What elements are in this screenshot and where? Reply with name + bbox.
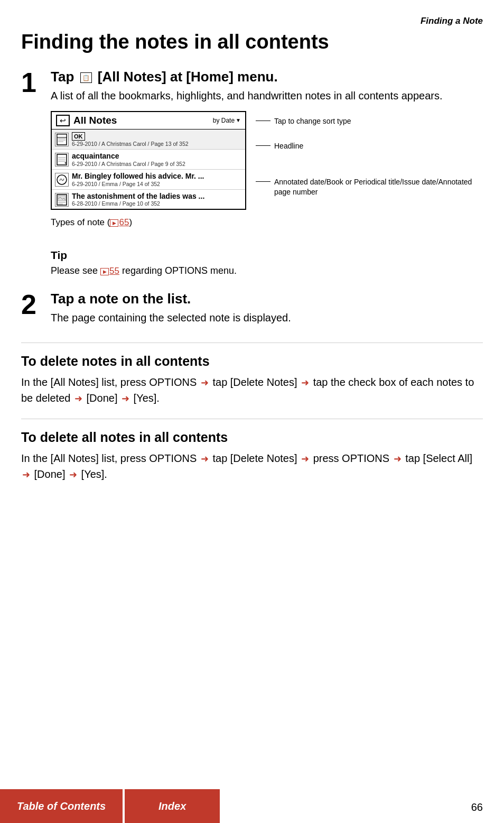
section-2-heading: To delete all notes in all contents bbox=[21, 430, 483, 445]
step-1: 1 Tap 📋 [All Notes] at [Home] menu. A li… bbox=[21, 69, 483, 240]
footer: Table of Contents Index 66 bbox=[0, 789, 504, 823]
highlight-icon bbox=[55, 153, 69, 167]
section-2-text: In the [All Notes] list, press OPTIONS ➜… bbox=[21, 450, 483, 482]
annotation-3: Annotated date/Book or Periodical title/… bbox=[256, 177, 483, 197]
ok-badge: OK bbox=[72, 132, 85, 141]
handwritten-icon bbox=[55, 173, 69, 187]
link-ref-icon: ▶ bbox=[110, 219, 118, 227]
step-2-number: 2 bbox=[21, 291, 41, 318]
tip-text: Please see ▶55 regarding OPTIONS menu. bbox=[51, 264, 483, 278]
arrow-icon: ➜ bbox=[122, 392, 129, 406]
note-meta-4: 6-28-2010 / Emma / Page 10 of 352 bbox=[72, 200, 242, 207]
note-row[interactable]: The astonishment of the ladies was ... 6… bbox=[52, 190, 245, 209]
panel-title: All Notes bbox=[73, 115, 117, 126]
all-notes-container: ↩ All Notes by Date ▼ bbox=[51, 111, 483, 210]
section-1-heading: To delete notes in all contents bbox=[21, 354, 483, 369]
note-headline-4: The astonishment of the ladies was ... bbox=[72, 192, 242, 201]
page-header-title: Finding a Note bbox=[21, 16, 483, 26]
svg-rect-7 bbox=[58, 159, 66, 160]
note-row[interactable]: OK 6-29-2010 / A Christmas Carol / Page … bbox=[52, 130, 245, 150]
arrow-icon: ➜ bbox=[301, 376, 309, 390]
types-link-after: ) bbox=[129, 217, 132, 227]
arrow-icon: ➜ bbox=[301, 452, 309, 466]
section-1-text: In the [All Notes] list, press OPTIONS ➜… bbox=[21, 374, 483, 406]
note-headline-3: Mr. Bingley followed his advice. Mr. ... bbox=[72, 172, 242, 181]
image-note-icon bbox=[55, 193, 69, 207]
back-icon: ↩ bbox=[56, 115, 70, 126]
panel-header: ↩ All Notes by Date ▼ bbox=[52, 112, 245, 130]
arrow-icon: ➜ bbox=[22, 468, 30, 482]
types-link-text: Types of note ( bbox=[51, 217, 110, 227]
note-meta-2: 6-29-2010 / A Christmas Carol / Page 9 o… bbox=[72, 161, 242, 167]
note-row[interactable]: Mr. Bingley followed his advice. Mr. ...… bbox=[52, 170, 245, 190]
note-text-2: acquaintance 6-29-2010 / A Christmas Car… bbox=[72, 152, 242, 167]
step-1-title: Tap 📋 [All Notes] at [Home] menu. bbox=[51, 69, 483, 85]
note-text-3: Mr. Bingley followed his advice. Mr. ...… bbox=[72, 172, 242, 187]
page-number: 66 bbox=[471, 801, 483, 813]
step-2-desc: The page containing the selected note is… bbox=[51, 310, 483, 326]
note-meta-3: 6-29-2010 / Emma / Page 14 of 352 bbox=[72, 181, 242, 187]
allnotes-icon: 📋 bbox=[80, 72, 92, 83]
annotations-area: Tap to change sort type Headline Annotat… bbox=[246, 115, 483, 208]
tip-before: Please see bbox=[51, 265, 100, 276]
annotation-1: Tap to change sort type bbox=[256, 116, 483, 126]
tip-link-icon: ▶ bbox=[100, 268, 109, 275]
arrow-icon: ➜ bbox=[394, 452, 402, 466]
note-text-4: The astonishment of the ladies was ... 6… bbox=[72, 192, 242, 207]
tip-section: Tip Please see ▶55 regarding OPTIONS men… bbox=[51, 249, 483, 278]
arrow-icon: ➜ bbox=[201, 376, 209, 390]
tip-after: regarding OPTIONS menu. bbox=[119, 265, 237, 276]
note-headline-2: acquaintance bbox=[72, 152, 242, 161]
sort-arrow-icon: ▼ bbox=[236, 117, 241, 123]
step-1-number: 1 bbox=[21, 69, 41, 96]
note-text-1: OK 6-29-2010 / A Christmas Carol / Page … bbox=[72, 132, 242, 147]
tip-ref[interactable]: 55 bbox=[109, 266, 119, 276]
toc-button[interactable]: Table of Contents bbox=[0, 789, 123, 823]
arrow-icon: ➜ bbox=[201, 452, 209, 466]
svg-rect-1 bbox=[57, 134, 67, 137]
tip-title: Tip bbox=[51, 249, 483, 262]
panel-sort[interactable]: by Date ▼ bbox=[213, 117, 241, 124]
types-link[interactable]: Types of note (▶65) bbox=[51, 217, 483, 228]
all-notes-panel: ↩ All Notes by Date ▼ bbox=[51, 111, 246, 210]
arrow-icon: ➜ bbox=[74, 392, 82, 406]
arrow-icon: ➜ bbox=[69, 468, 77, 482]
main-title: Finding the notes in all contents bbox=[21, 31, 483, 54]
index-button[interactable]: Index bbox=[125, 789, 220, 823]
divider bbox=[21, 419, 483, 419]
step-2: 2 Tap a note on the list. The page conta… bbox=[21, 291, 483, 333]
note-meta-1: 6-29-2010 / A Christmas Carol / Page 13 … bbox=[72, 141, 242, 147]
annotation-text-2: Headline bbox=[274, 141, 303, 151]
sort-label: by Date bbox=[213, 117, 235, 124]
note-row[interactable]: acquaintance 6-29-2010 / A Christmas Car… bbox=[52, 150, 245, 170]
annotation-2: Headline bbox=[256, 141, 483, 151]
annotation-text-3: Annotated date/Book or Periodical title/… bbox=[274, 177, 483, 197]
divider bbox=[21, 343, 483, 343]
types-link-ref[interactable]: 65 bbox=[119, 217, 129, 227]
annotation-text-1: Tap to change sort type bbox=[274, 116, 351, 126]
step-1-desc: A list of all the bookmarks, highlights,… bbox=[51, 88, 483, 104]
bookmark-icon bbox=[55, 133, 69, 146]
step-2-title: Tap a note on the list. bbox=[51, 291, 483, 307]
